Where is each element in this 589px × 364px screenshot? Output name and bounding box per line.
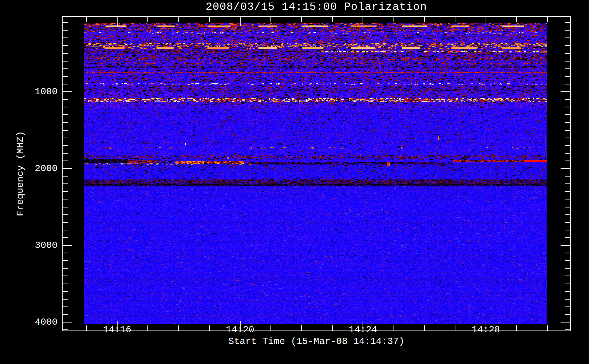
y-minor-tick <box>63 176 68 177</box>
x-minor-tick-top <box>547 17 548 22</box>
y-minor-tick <box>63 68 68 69</box>
y-minor-tick <box>63 183 68 184</box>
y-major-tick <box>63 168 72 169</box>
y-tick-label: 3000 <box>14 240 58 251</box>
y-minor-tick-right <box>565 153 570 154</box>
x-minor-tick <box>270 325 271 331</box>
y-minor-tick <box>63 114 68 115</box>
x-minor-tick-top <box>178 17 179 22</box>
y-minor-tick <box>63 299 68 300</box>
y-minor-tick-right <box>565 214 570 215</box>
x-minor-tick-top <box>332 17 333 22</box>
x-major-tick-top <box>240 17 241 26</box>
x-minor-tick-top <box>394 17 394 22</box>
x-minor-tick-top <box>516 17 517 22</box>
x-tick-label: 14:24 <box>334 324 392 335</box>
y-minor-tick <box>63 191 68 192</box>
x-minor-tick <box>424 325 425 331</box>
y-minor-tick-right <box>565 237 570 238</box>
y-minor-tick <box>63 276 68 276</box>
y-minor-tick-right <box>565 61 570 62</box>
y-minor-tick-right <box>565 306 570 307</box>
x-minor-tick <box>547 325 548 331</box>
y-minor-tick-right <box>565 99 570 100</box>
x-minor-tick <box>86 325 87 331</box>
y-minor-tick-right <box>565 291 570 292</box>
y-minor-tick-right <box>565 45 570 46</box>
y-major-tick <box>63 245 72 246</box>
y-minor-tick-right <box>565 314 570 315</box>
x-tick-label: 14:28 <box>457 324 515 335</box>
y-tick-label: 1000 <box>14 86 58 98</box>
y-minor-tick <box>63 253 68 253</box>
y-minor-tick-right <box>565 107 570 107</box>
chart-title: 2008/03/15 14:15:00 Polarization <box>62 1 571 13</box>
y-minor-tick <box>63 306 68 307</box>
x-minor-tick <box>516 325 517 331</box>
y-minor-tick-right <box>565 199 570 199</box>
y-minor-tick-right <box>565 284 570 284</box>
y-minor-tick <box>63 237 68 238</box>
x-minor-tick-top <box>270 17 271 22</box>
y-minor-tick <box>63 122 68 123</box>
y-minor-tick-right <box>565 22 570 23</box>
x-axis-title: Start Time (15-Mar-08 14:14:37) <box>62 336 571 347</box>
y-minor-tick-right <box>565 138 570 138</box>
x-minor-tick-top <box>301 17 302 22</box>
y-minor-tick-right <box>565 84 570 84</box>
y-major-tick-right <box>561 168 570 169</box>
x-minor-tick <box>178 325 179 331</box>
y-major-tick-right <box>561 245 570 246</box>
y-minor-tick <box>63 153 68 154</box>
y-major-tick <box>63 91 72 92</box>
y-minor-tick <box>63 107 68 107</box>
y-minor-tick <box>63 99 68 100</box>
x-minor-tick <box>301 325 302 331</box>
y-minor-tick <box>63 329 68 330</box>
x-minor-tick <box>332 325 333 331</box>
x-minor-tick-top <box>209 17 210 22</box>
y-tick-label: 2000 <box>14 163 58 174</box>
y-minor-tick <box>63 84 68 84</box>
x-minor-tick <box>209 325 210 331</box>
x-minor-tick-top <box>147 17 148 22</box>
y-minor-tick-right <box>565 114 570 115</box>
x-minor-tick-top <box>424 17 425 22</box>
y-minor-tick <box>63 37 68 38</box>
y-minor-tick <box>63 138 68 138</box>
y-minor-tick <box>63 260 68 261</box>
y-minor-tick-right <box>565 268 570 269</box>
y-minor-tick-right <box>565 37 570 38</box>
y-minor-tick <box>63 30 68 31</box>
y-minor-tick-right <box>565 230 570 230</box>
y-minor-tick <box>63 314 68 315</box>
x-minor-tick-top <box>455 17 455 22</box>
y-minor-tick <box>63 145 68 146</box>
y-minor-tick-right <box>565 145 570 146</box>
y-minor-tick-right <box>565 76 570 77</box>
y-minor-tick <box>63 61 68 62</box>
y-minor-tick <box>63 199 68 199</box>
y-minor-tick-right <box>565 191 570 192</box>
y-minor-tick-right <box>565 276 570 276</box>
x-minor-tick <box>394 325 394 331</box>
y-minor-tick-right <box>565 130 570 131</box>
x-tick-label: 14:16 <box>88 324 146 335</box>
y-minor-tick-right <box>565 253 570 253</box>
y-minor-tick <box>63 161 68 161</box>
y-major-tick-right <box>561 91 570 92</box>
y-minor-tick-right <box>565 122 570 123</box>
y-minor-tick-right <box>565 207 570 207</box>
y-minor-tick <box>63 284 68 284</box>
y-minor-tick-right <box>565 260 570 261</box>
y-major-tick <box>63 322 72 323</box>
y-minor-tick-right <box>565 68 570 69</box>
y-minor-tick-right <box>565 176 570 177</box>
x-minor-tick-top <box>86 17 87 22</box>
x-major-tick-top <box>117 17 118 26</box>
y-minor-tick-right <box>565 30 570 31</box>
y-minor-tick <box>63 53 68 54</box>
x-tick-label: 14:20 <box>211 324 269 335</box>
y-minor-tick <box>63 291 68 292</box>
y-tick-label: 4000 <box>14 316 58 328</box>
